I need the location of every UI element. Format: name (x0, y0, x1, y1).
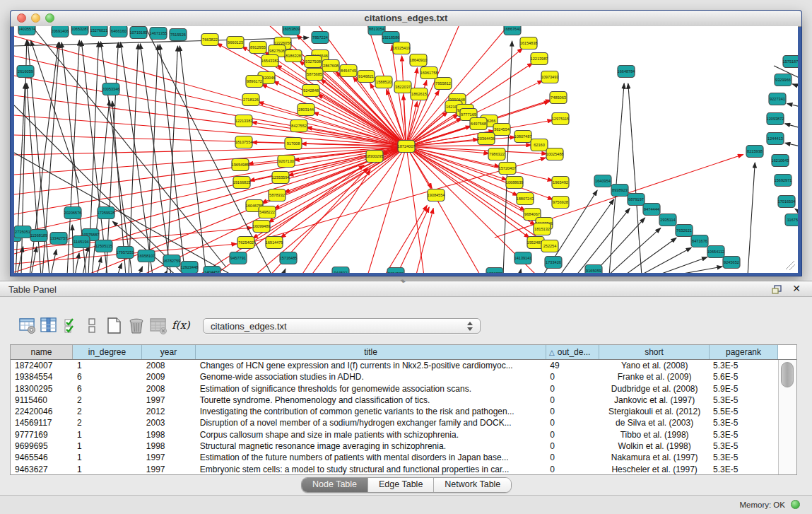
graph-node[interactable]: 252254 (541, 240, 558, 252)
graph-node[interactable]: 12505115 (95, 240, 112, 252)
graph-node[interactable]: 19166825 (233, 177, 251, 189)
cell-title[interactable]: Investigating the contribution of common… (196, 406, 546, 417)
column-header-in_degree[interactable]: in_degree (73, 345, 142, 359)
cell-out_de[interactable]: 0 (546, 417, 599, 428)
edge[interactable] (640, 247, 691, 273)
graph-node[interactable]: 9245652 (723, 257, 740, 269)
cell-year[interactable]: 1998 (142, 429, 196, 440)
graph-node[interactable]: 5875685 (306, 69, 323, 81)
graph-node[interactable]: 9242848 (302, 85, 319, 97)
cell-year[interactable]: 1997 (142, 452, 196, 463)
graph-node[interactable]: 16867641 (504, 26, 522, 35)
cell-out_de[interactable]: 0 (546, 383, 599, 395)
cell-short[interactable]: Yano et al. (2008) (599, 360, 709, 371)
cell-short[interactable]: Wolkin et al. (1998) (599, 440, 709, 452)
citation-edge[interactable] (14, 36, 406, 146)
graph-node[interactable]: 9474444 (643, 204, 660, 216)
column-header-out_de[interactable]: △out_de... (546, 345, 599, 359)
column-header-short[interactable]: short (599, 345, 710, 359)
graph-node[interactable]: 16325419 (393, 42, 411, 54)
graph-node[interactable]: 20206576 (64, 207, 82, 219)
graph-node[interactable]: 11568189 (30, 230, 47, 242)
cell-in_degree[interactable]: 1 (73, 452, 142, 463)
cell-title[interactable]: Estimation of the future numbers of pati… (196, 452, 546, 463)
edge[interactable] (608, 228, 661, 273)
cell-out_de[interactable]: 0 (546, 429, 599, 440)
cell-pagerank[interactable]: 5.9E-5 (709, 383, 777, 395)
graph-node[interactable]: 2803144 (298, 104, 314, 116)
cell-out_de[interactable]: 0 (546, 395, 599, 406)
edge[interactable] (117, 263, 122, 273)
cell-out_de[interactable]: 0 (546, 464, 599, 474)
cell-name[interactable]: 18300295 (11, 383, 73, 395)
edge[interactable] (283, 269, 286, 273)
graph-node[interactable]: 1733426 (545, 257, 562, 269)
edge[interactable] (787, 103, 798, 107)
table-row[interactable]: 946362711997Embryonic stem cells: a mode… (11, 464, 777, 474)
graph-node[interactable]: 1640954 (594, 175, 611, 187)
edge[interactable] (180, 46, 206, 273)
cell-name[interactable]: 19384554 (11, 371, 73, 382)
cell-short[interactable]: Jankovic et al. (1997) (599, 395, 709, 406)
graph-node[interactable]: 8427552 (290, 120, 307, 132)
graph-node[interactable]: 1145194 (73, 236, 90, 248)
edge[interactable] (17, 247, 23, 273)
cell-short[interactable]: Franke et al. (2009) (599, 371, 709, 382)
column-header-title[interactable]: title (196, 345, 546, 359)
cell-in_degree[interactable]: 6 (73, 383, 142, 395)
cell-name[interactable]: 9463627 (11, 464, 73, 474)
cell-year[interactable]: 2012 (142, 406, 196, 417)
cell-pagerank[interactable]: 5.3E-5 (709, 395, 777, 406)
graph-node[interactable]: 5878332 (269, 189, 286, 201)
tab-network-table[interactable]: Network Table (434, 478, 511, 492)
graph-node[interactable]: 19654985 (232, 159, 249, 171)
graph-node[interactable]: 7857224 (312, 32, 329, 44)
graph-node[interactable]: 16648784 (618, 66, 635, 78)
column-header-pagerank[interactable]: pagerank (710, 345, 778, 359)
window-titlebar[interactable]: citations_edges.txt (11, 11, 801, 27)
graph-node[interactable]: 7515526 (170, 29, 187, 41)
graph-node[interactable]: 20691406 (52, 26, 69, 37)
graph-node[interactable]: 12975115 (552, 113, 569, 125)
graph-node[interactable]: 9227341 (769, 93, 786, 105)
cell-name[interactable]: 14569117 (11, 417, 73, 428)
cell-in_degree[interactable]: 1 (73, 464, 142, 474)
cell-short[interactable]: Hescheler et al. (1997) (599, 464, 709, 474)
graph-node[interactable]: 12213383 (235, 115, 253, 127)
graph-node[interactable]: 9624502 (387, 268, 404, 274)
cell-in_degree[interactable]: 1 (73, 360, 142, 371)
table-row[interactable]: 1872400712008Changes of HCN gene express… (11, 360, 777, 371)
memory-status-icon[interactable] (791, 500, 800, 509)
graph-node[interactable]: 9267130 (278, 156, 295, 168)
table-row[interactable]: 1938455462009Genome-wide association stu… (11, 371, 777, 382)
cell-in_degree[interactable]: 2 (73, 395, 142, 406)
cell-title[interactable]: Tourette syndrome. Phenomenology and cla… (196, 395, 546, 406)
vertical-scrollbar[interactable] (778, 360, 796, 474)
graph-node[interactable]: 9756928 (552, 197, 569, 209)
graph-node[interactable]: 1244413 (767, 133, 784, 145)
cell-name[interactable]: 18724007 (11, 360, 73, 371)
cell-out_de[interactable]: 0 (546, 406, 599, 417)
create-column-button[interactable] (105, 317, 124, 335)
graph-node[interactable]: 116753 (785, 214, 798, 226)
citation-edge[interactable] (416, 209, 433, 273)
graph-node[interactable]: 19384554 (428, 189, 445, 201)
graph-node[interactable]: 15720407 (499, 163, 517, 175)
graph-node[interactable]: 17957253 (117, 247, 134, 259)
graph-node[interactable]: 12923448 (181, 262, 199, 274)
cell-year[interactable]: 1997 (142, 395, 196, 406)
graph-node[interactable]: 14035574 (18, 26, 36, 35)
cell-pagerank[interactable]: 5.3E-5 (709, 464, 777, 474)
scrollbar-thumb[interactable] (781, 362, 794, 387)
graph-node[interactable]: 8938923 (611, 185, 628, 197)
edge[interactable] (75, 253, 79, 273)
table-mode-button[interactable] (18, 317, 37, 335)
graph-node[interactable]: 7632621 (676, 225, 693, 237)
edge[interactable] (519, 269, 521, 273)
cell-name[interactable]: 9115460 (11, 395, 73, 406)
edge[interactable] (51, 250, 57, 273)
graph-node[interactable]: 13342757 (50, 233, 68, 245)
graph-node[interactable]: 18807243 (517, 193, 534, 205)
graph-node[interactable]: 1986702 (486, 268, 503, 274)
graph-node[interactable]: 9660123 (227, 37, 244, 49)
